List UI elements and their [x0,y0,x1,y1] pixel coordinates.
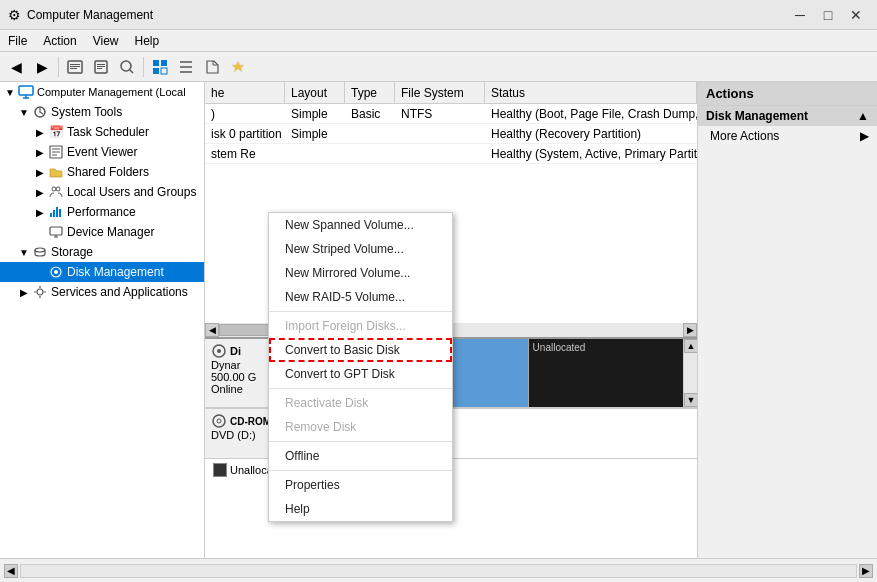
ctx-import-foreign: Import Foreign Disks... [269,314,452,338]
cell-type-2 [345,152,395,156]
actions-item-more-label: More Actions [710,129,779,143]
expand-shared[interactable]: ▶ [32,167,48,178]
scroll-right-btn[interactable]: ▶ [683,323,697,337]
system-tools-icon [32,104,48,120]
tree-item-device-manager[interactable]: Device Manager [0,222,204,242]
tree-item-system-tools[interactable]: ▼ System Tools [0,102,204,122]
cell-type-0: Basic [345,105,395,123]
tree-item-disk-management[interactable]: Disk Management [0,262,204,282]
actions-section-disk-management[interactable]: Disk Management ▲ [698,106,877,126]
cell-layout-0: Simple [285,105,345,123]
actions-section-title: Disk Management [706,109,808,123]
menu-file[interactable]: File [0,32,35,50]
performance-icon [48,204,64,220]
expand-task[interactable]: ▶ [32,127,48,138]
svg-line-9 [130,70,133,73]
menu-view[interactable]: View [85,32,127,50]
toolbar-btn-1[interactable] [63,55,87,79]
tree-item-services[interactable]: ▶ Services and Applications [0,282,204,302]
disk-scroll-down[interactable]: ▼ [684,393,697,407]
col-layout[interactable]: Layout [285,82,345,103]
status-scroll-right[interactable]: ▶ [859,564,873,578]
expand-services[interactable]: ▶ [16,287,32,298]
table-row[interactable]: stem Re Healthy (System, Active, Primary… [205,144,697,164]
menu-help[interactable]: Help [127,32,168,50]
tree-label-task-scheduler: Task Scheduler [67,125,149,139]
unalloc-label: Unallocated [533,342,679,353]
ctx-convert-gpt[interactable]: Convert to GPT Disk [269,362,452,386]
ctx-sep-2 [269,388,452,389]
cell-fs-1 [395,132,485,136]
ctx-new-raid5[interactable]: New RAID-5 Volume... [269,285,452,309]
svg-point-24 [35,248,45,252]
toolbar-btn-3[interactable] [115,55,139,79]
svg-rect-5 [97,64,105,65]
maximize-button[interactable]: □ [815,5,841,25]
tree-item-storage[interactable]: ▼ Storage [0,242,204,262]
col-status[interactable]: Status [485,82,697,103]
expand-users[interactable]: ▶ [32,187,48,198]
ctx-offline[interactable]: Offline [269,444,452,468]
menu-action[interactable]: Action [35,32,84,50]
svg-rect-3 [70,68,77,69]
toolbar-btn-4[interactable] [148,55,172,79]
minimize-button[interactable]: ─ [787,5,813,25]
ctx-properties[interactable]: Properties [269,473,452,497]
ctx-new-spanned[interactable]: New Spanned Volume... [269,213,452,237]
ctx-convert-basic[interactable]: Convert to Basic Disk [269,338,452,362]
legend-unalloc-box [213,463,227,477]
tree-item-performance[interactable]: ▶ Performance [0,202,204,222]
expand-system-tools[interactable]: ▼ [16,107,32,118]
table-row[interactable]: isk 0 partition 2) Simple Healthy (Recov… [205,124,697,144]
close-button[interactable]: ✕ [843,5,869,25]
tree-label-disk-management: Disk Management [67,265,164,279]
back-button[interactable]: ◀ [4,55,28,79]
tree-item-shared-folders[interactable]: ▶ Shared Folders [0,162,204,182]
col-filesystem[interactable]: File System [395,82,485,103]
table-row[interactable]: ) Simple Basic NTFS Healthy (Boot, Page … [205,104,697,124]
svg-rect-20 [53,210,55,217]
ctx-help[interactable]: Help [269,497,452,521]
tree-item-local-users[interactable]: ▶ Local Users and Groups [0,182,204,202]
svg-rect-21 [56,207,58,217]
svg-rect-23 [50,227,62,235]
expand-storage[interactable]: ▼ [16,247,32,258]
tree-item-task-scheduler[interactable]: ▶ 📅 Task Scheduler [0,122,204,142]
status-scrollbar[interactable] [20,564,857,578]
svg-point-8 [121,61,131,71]
cell-status-2: Healthy (System, Active, Primary Partiti… [485,145,697,163]
col-name[interactable]: he [205,82,285,103]
storage-icon [32,244,48,260]
status-scroll-left[interactable]: ◀ [4,564,18,578]
disk-management-icon [48,264,64,280]
toolbar-btn-5[interactable] [174,55,198,79]
tree-item-event-viewer[interactable]: ▶ Event Viewer [0,142,204,162]
toolbar-btn-2[interactable] [89,55,113,79]
toolbar-btn-6[interactable] [200,55,224,79]
app-icon: ⚙ [8,7,21,23]
actions-item-more-arrow: ▶ [860,129,869,143]
forward-button[interactable]: ▶ [30,55,54,79]
cell-type-1 [345,132,395,136]
ctx-new-striped[interactable]: New Striped Volume... [269,237,452,261]
toolbar-btn-7[interactable] [226,55,250,79]
computer-icon [18,84,34,100]
actions-item-more[interactable]: More Actions ▶ [698,126,877,146]
scroll-left-btn[interactable]: ◀ [205,323,219,337]
expand-perf[interactable]: ▶ [32,207,48,218]
disk-scroll-up[interactable]: ▲ [684,339,697,353]
title-bar-buttons: ─ □ ✕ [787,5,869,25]
svg-rect-13 [161,68,167,74]
ctx-sep-1 [269,311,452,312]
expand-event[interactable]: ▶ [32,147,48,158]
disk-partition-unalloc[interactable]: Unallocated [529,339,683,407]
svg-rect-1 [70,64,80,65]
cell-status-0: Healthy (Boot, Page File, Crash Dump, Pr… [485,105,697,123]
cdrom-icon [211,413,227,429]
tree-item-computer-management[interactable]: ▼ Computer Management (Local [0,82,204,102]
svg-rect-10 [153,60,159,66]
col-type[interactable]: Type [345,82,395,103]
ctx-sep-4 [269,470,452,471]
expand-icon[interactable]: ▼ [2,87,18,98]
ctx-new-mirrored[interactable]: New Mirrored Volume... [269,261,452,285]
